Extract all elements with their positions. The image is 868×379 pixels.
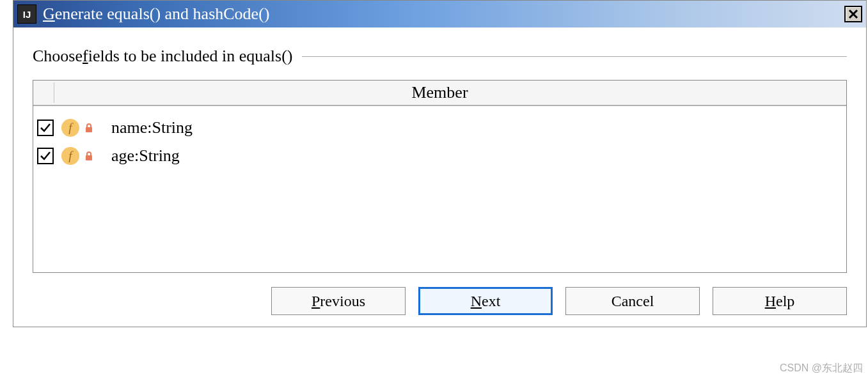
group-mnemonic: f — [83, 47, 88, 66]
dialog-window: IJ Generate equals() and hashCode() Choo… — [13, 0, 867, 327]
lock-icon — [83, 151, 95, 161]
member-label: name:String — [111, 118, 193, 137]
group-label: Choose f ields to be included in equals(… — [33, 47, 847, 66]
checkbox[interactable] — [37, 120, 54, 136]
svg-rect-1 — [86, 155, 92, 160]
title-rest: enerate equals() and hashCode() — [55, 4, 270, 23]
cancel-button[interactable]: Cancel — [565, 287, 700, 315]
btn-mnemonic: N — [471, 293, 482, 310]
group-prefix: Choose — [33, 47, 83, 66]
title-bar[interactable]: IJ Generate equals() and hashCode() — [13, 1, 866, 27]
group-suffix: ields to be included in equals() — [88, 47, 293, 66]
member-table: Member f name:String f — [33, 80, 847, 273]
lock-icon — [83, 123, 95, 133]
close-button[interactable] — [844, 6, 862, 22]
btn-mnemonic: P — [312, 293, 320, 310]
btn-rest: elp — [776, 293, 794, 310]
field-icon: f — [61, 147, 79, 165]
svg-rect-0 — [86, 127, 92, 132]
title-underline: G — [43, 4, 55, 23]
next-button[interactable]: Next — [418, 287, 553, 315]
intellij-icon: IJ — [17, 4, 36, 24]
table-row[interactable]: f age:String — [33, 142, 846, 170]
btn-mnemonic: H — [765, 293, 776, 310]
dialog-content: Choose f ields to be included in equals(… — [13, 27, 866, 327]
field-icon: f — [61, 119, 79, 137]
table-row[interactable]: f name:String — [33, 114, 846, 142]
checkbox[interactable] — [37, 148, 54, 164]
window-title: Generate equals() and hashCode() — [43, 4, 838, 24]
watermark: CSDN @东北赵四 — [780, 362, 863, 375]
table-body: f name:String f age:String — [33, 106, 846, 272]
column-separator — [54, 82, 54, 103]
previous-button[interactable]: Previous — [271, 287, 406, 315]
group-separator — [302, 56, 847, 57]
btn-text: Cancel — [612, 293, 654, 310]
btn-rest: revious — [320, 293, 365, 310]
btn-rest: ext — [482, 293, 500, 310]
table-header[interactable]: Member — [33, 81, 846, 106]
help-button[interactable]: Help — [713, 287, 847, 315]
member-label: age:String — [111, 146, 180, 166]
button-bar: Previous Next Cancel Help — [33, 287, 847, 315]
column-member: Member — [411, 83, 468, 102]
